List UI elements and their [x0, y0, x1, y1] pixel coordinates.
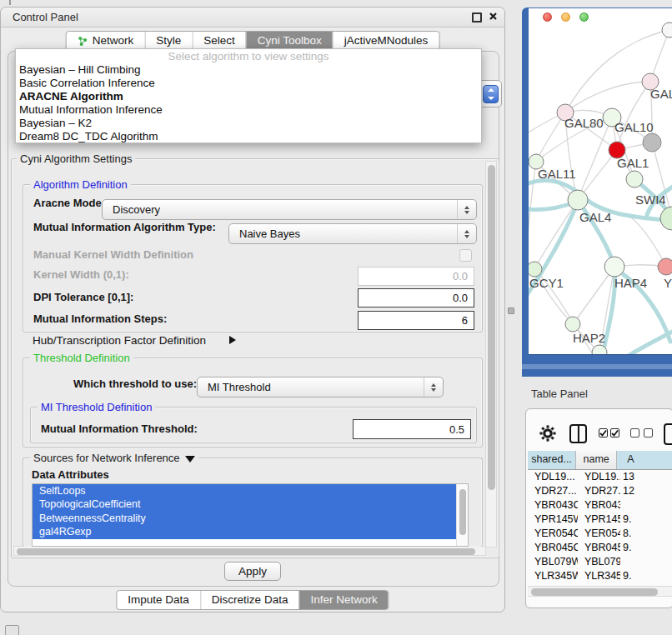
float-window-icon[interactable]	[472, 12, 482, 22]
aracne-mode-select[interactable]: Discovery	[102, 199, 477, 220]
kernel-width-field[interactable]: 0.0	[358, 267, 474, 286]
network-node[interactable]	[660, 207, 672, 230]
network-graph[interactable]: GALGAL80GAL10GAL11GAL1SWI4GAL4GCY1HAP4YH…	[529, 8, 672, 354]
scrollbar-thumb[interactable]	[459, 489, 466, 535]
which-threshold-select[interactable]: MI Threshold	[197, 377, 444, 398]
attribute-item[interactable]: TopologicalCoefficient	[33, 498, 461, 511]
table-row[interactable]: YBR045C YBR045C 9.	[528, 541, 672, 555]
algorithm-option[interactable]: Mutual Information Inference	[16, 103, 481, 117]
tab[interactable]: Network	[67, 32, 145, 50]
manual-kernel-checkbox[interactable]	[459, 249, 472, 262]
network-canvas[interactable]: GALGAL80GAL10GAL11GAL1SWI4GAL4GCY1HAP4YH…	[529, 8, 672, 354]
dropdown-placeholder: Select algorithm to view settings	[16, 49, 481, 63]
mi-steps-field[interactable]: 6	[358, 311, 474, 330]
algorithm-option[interactable]: Bayesian – K2	[16, 117, 481, 130]
table-row[interactable]: YDR27... YDR27... 12	[528, 484, 672, 498]
cyni-bottom-tabbar: Impute Data Discretize Data Infer Networ…	[116, 590, 389, 610]
settings-vertical-scrollbar[interactable]	[485, 161, 497, 548]
column-header[interactable]: name	[576, 451, 617, 469]
algorithm-definition-group: Algorithm Definition Aracne Mode: Discov…	[23, 184, 483, 332]
unchecked-checkbox-icon[interactable]	[644, 428, 653, 438]
tab-label: Style	[156, 32, 181, 50]
hub-definition-label[interactable]: Hub/Transcription Factor Definition	[33, 334, 206, 348]
combo-arrows-icon	[483, 85, 499, 103]
data-attributes-label: Data Attributes	[32, 468, 109, 482]
tab[interactable]: Discretize Data	[200, 591, 299, 609]
dpi-tolerance-field[interactable]: 0.0	[358, 288, 474, 308]
mi-threshold-field[interactable]: 0.5	[353, 419, 471, 439]
tab-label: Discretize Data	[212, 591, 288, 609]
document-icon[interactable]	[664, 423, 672, 445]
table-row[interactable]: YPR145W YPR145W 9.	[528, 512, 672, 527]
network-node-hap2[interactable]	[565, 317, 580, 332]
column-header[interactable]: shared...	[528, 451, 576, 469]
gear-icon[interactable]	[539, 425, 556, 442]
table-row[interactable]: YBR043C YBR043C	[528, 498, 672, 512]
close-icon[interactable]	[489, 12, 498, 21]
sources-group: Sources for Network Inference Data Attri…	[23, 458, 483, 547]
table-row[interactable]: YLR345W YLR345W 9.	[528, 569, 672, 583]
cell-value: 8.	[620, 527, 672, 541]
network-node-y[interactable]	[658, 258, 672, 275]
sources-title[interactable]: Sources for Network Inference	[30, 452, 198, 464]
algorithm-option[interactable]: Basic Correlation Inference	[16, 77, 481, 90]
cell-shared-name: YBR043C	[528, 498, 578, 512]
scrollbar-thumb[interactable]	[488, 165, 495, 490]
window-edge-fragment	[9, 0, 11, 5]
control-panel-titlebar: Control Panel	[1, 8, 504, 28]
scrollbar-thumb[interactable]	[531, 588, 658, 596]
table-row[interactable]: YER054C YER054C 8.	[528, 527, 672, 541]
algorithm-option[interactable]: Dream8 DC_TDC Algorithm	[16, 130, 481, 143]
data-attributes-list: SelfLoopsTopologicalCoefficientBetweenne…	[32, 483, 469, 547]
cyni-algorithm-settings-box: Cyni Algorithm Settings Algorithm Defini…	[11, 158, 499, 558]
splitter-grip[interactable]	[508, 308, 514, 314]
cell-shared-name: YDL19...	[528, 470, 578, 484]
tab-label: Infer Network	[310, 591, 377, 609]
network-node-gcy1[interactable]	[529, 262, 542, 277]
attribute-item[interactable]: gal4RGexp	[33, 525, 461, 538]
cell-name: YLR345W	[578, 569, 620, 583]
tab-label: Cyni Toolbox	[258, 32, 322, 50]
table-horizontal-scrollbar[interactable]	[528, 586, 672, 597]
which-threshold-value: MI Threshold	[198, 381, 424, 393]
table-row[interactable]: YDL19... YDL19... 13	[528, 470, 672, 484]
node-label: GAL	[650, 87, 672, 101]
settings-horizontal-scrollbar[interactable]	[13, 546, 486, 556]
checked-checkbox-icon[interactable]	[599, 428, 608, 438]
tab[interactable]: Cyni Toolbox	[246, 32, 333, 50]
expand-arrow-icon[interactable]	[229, 336, 236, 344]
network-node-gal4[interactable]	[568, 190, 588, 210]
scrollbar-thumb[interactable]	[17, 548, 475, 555]
list-vertical-scrollbar[interactable]	[456, 484, 468, 546]
column-header[interactable]: A	[617, 451, 672, 469]
mi-threshold-value: 0.5	[449, 423, 464, 436]
network-view-window: GALGAL80GAL10GAL11GAL1SWI4GAL4GCY1HAP4YH…	[522, 8, 672, 377]
network-icon	[78, 36, 88, 47]
mi-algorithm-type-select[interactable]: Naive Bayes	[228, 223, 477, 244]
attribute-item[interactable]: BetweennessCentrality	[33, 512, 461, 525]
table-row[interactable]: YBL079W YBL079W	[528, 555, 672, 569]
collapsed-panel-icon[interactable]	[5, 625, 19, 635]
algorithm-option[interactable]: Bayesian – Hill Climbing	[16, 63, 481, 77]
node-label: Y	[664, 276, 672, 290]
algorithm-definition-title: Algorithm Definition	[30, 178, 131, 191]
threshold-definition-title: Threshold Definition	[30, 352, 133, 364]
network-node[interactable]	[643, 133, 661, 152]
attribute-item[interactable]: SelfLoops	[33, 484, 461, 498]
cell-shared-name: YER054C	[528, 527, 578, 541]
split-columns-icon[interactable]	[569, 424, 587, 443]
algorithm-option[interactable]: ARACNE Algorithm	[16, 90, 481, 103]
settings-box-title: Cyni Algorithm Settings	[17, 152, 135, 165]
tab[interactable]: Select	[192, 32, 246, 50]
network-node-gal1[interactable]	[626, 171, 643, 188]
network-node-hap4[interactable]	[604, 257, 624, 277]
tab[interactable]: jActiveMNodules	[333, 32, 439, 50]
unchecked-checkbox-icon[interactable]	[630, 428, 639, 438]
node-label: GAL1	[617, 156, 649, 170]
tab[interactable]: Infer Network	[298, 591, 388, 609]
checked-checkbox-icon[interactable]	[610, 428, 619, 438]
apply-button[interactable]: Apply	[224, 562, 281, 581]
tab[interactable]: Impute Data	[117, 591, 200, 609]
network-node[interactable]	[662, 22, 672, 38]
tab[interactable]: Style	[144, 32, 192, 50]
